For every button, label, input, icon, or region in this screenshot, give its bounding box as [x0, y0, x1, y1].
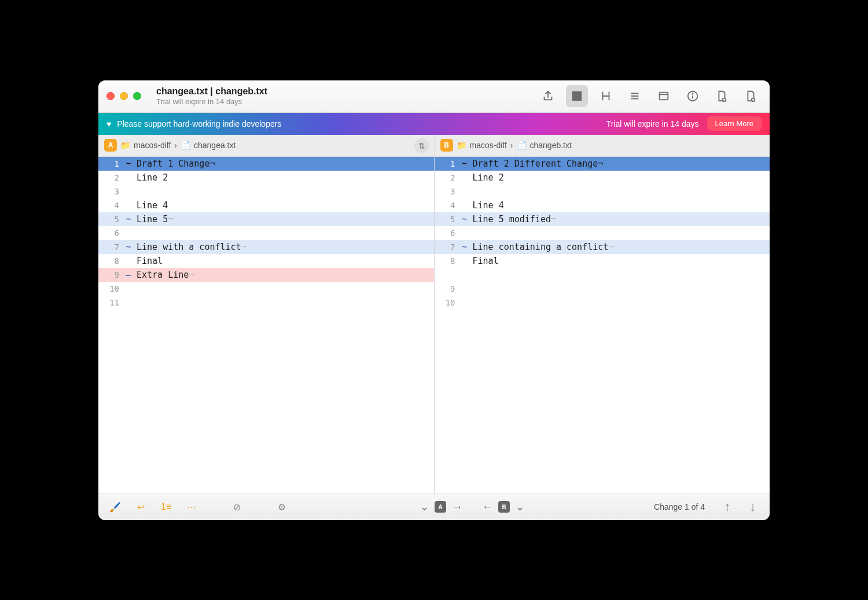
code-line[interactable]: 8Final	[98, 254, 434, 268]
eol-icon: ¬	[189, 270, 194, 280]
traffic-lights	[106, 92, 141, 100]
code-line[interactable]: 9–Extra Line¬	[98, 268, 434, 282]
pane-left[interactable]: 1~Draft 1 Change¬2Line 234Line 45~Line 5…	[98, 157, 435, 494]
line-number: 7	[98, 242, 123, 252]
line-number: 2	[435, 173, 459, 182]
line-content: Final	[134, 256, 434, 266]
banner-support-text: Please support hard-working indie develo…	[117, 119, 281, 128]
copy-from-a-button[interactable]: A	[435, 501, 446, 513]
line-number: 1	[435, 159, 459, 168]
line-number: 4	[435, 201, 459, 210]
diff-marker: ~	[123, 242, 134, 252]
code-line[interactable]: 6	[98, 226, 434, 240]
line-content: Line 5¬	[134, 214, 434, 224]
code-line[interactable]: 8Final	[435, 254, 770, 268]
wrap-icon[interactable]: ↩	[132, 498, 149, 516]
code-line[interactable]: 7~Line with a conflict¬	[98, 240, 434, 254]
line-content: Line 4	[134, 200, 434, 211]
line-content: Line 2	[470, 172, 770, 183]
path-left[interactable]: A 📁 macos-diff › 📄 changea.txt ⇅	[98, 135, 435, 156]
open-window-button[interactable]	[653, 85, 675, 107]
diff-marker: ~	[123, 159, 134, 169]
change-status: Change 1 of 4	[654, 502, 705, 511]
zoom-button[interactable]	[133, 92, 141, 100]
share-button[interactable]	[537, 85, 559, 107]
svg-rect-1	[578, 92, 581, 101]
view-unified-button[interactable]	[624, 85, 646, 107]
line-number: 5	[435, 215, 459, 224]
swap-button[interactable]: ⇅	[414, 138, 429, 153]
add-file-right-button[interactable]	[740, 85, 762, 107]
settings-icon[interactable]: ⚙︎	[273, 498, 290, 516]
svg-point-9	[692, 93, 693, 94]
minimize-button[interactable]	[120, 92, 128, 100]
heart-icon: ♥	[106, 119, 111, 128]
code-line[interactable]: 4Line 4	[435, 198, 770, 212]
file-icon: 📄	[517, 141, 527, 150]
folder-b-label: macos-diff	[470, 141, 507, 150]
code-line[interactable]: 5~Line 5 modified¬	[435, 212, 770, 226]
line-numbers-icon[interactable]: 1≡	[157, 498, 175, 516]
filter-icon[interactable]: ⊘	[228, 498, 245, 516]
diff-marker: ~	[459, 214, 470, 224]
eol-icon: ¬	[209, 159, 215, 169]
code-line[interactable]: 9	[435, 282, 770, 296]
code-line[interactable]	[435, 268, 770, 282]
line-number: 7	[435, 242, 459, 252]
line-number: 4	[98, 201, 123, 210]
code-line[interactable]: 3	[98, 185, 434, 198]
prev-change-button[interactable]: ↑	[719, 498, 736, 516]
copy-from-b-button[interactable]: B	[498, 501, 510, 513]
line-number: 10	[98, 284, 123, 293]
code-line[interactable]: 7~Line containing a conflict¬	[435, 240, 770, 254]
eol-icon: ¬	[168, 214, 173, 224]
code-line[interactable]: 1~Draft 2 Different Change¬	[435, 157, 770, 171]
path-right[interactable]: B 📁 macos-diff › 📄 changeb.txt	[435, 135, 770, 156]
code-line[interactable]: 10	[98, 282, 434, 296]
banner-trial-text: Trial will expire in 14 days	[606, 119, 699, 128]
window-subtitle: Trial will expire in 14 days	[156, 97, 537, 106]
add-file-left-button[interactable]	[711, 85, 733, 107]
file-b-label: changeb.txt	[530, 141, 572, 150]
code-line[interactable]: 6	[435, 226, 770, 240]
diff-marker: ~	[459, 242, 470, 252]
code-line[interactable]: 2Line 2	[98, 171, 434, 185]
code-line[interactable]: 5~Line 5¬	[98, 212, 434, 226]
arrow-left-icon[interactable]: ←	[482, 501, 492, 513]
code-line[interactable]: 10	[435, 296, 770, 310]
window-title: changea.txt | changeb.txt	[156, 86, 537, 97]
view-merge-button[interactable]	[595, 85, 617, 107]
line-number: 6	[98, 229, 123, 238]
pane-right[interactable]: 1~Draft 2 Different Change¬2Line 234Line…	[435, 157, 770, 494]
view-side-by-side-button[interactable]	[566, 85, 588, 107]
line-content: Line containing a conflict¬	[470, 242, 770, 252]
code-line[interactable]: 11	[98, 296, 434, 310]
chevron-down-icon[interactable]: ⌄	[516, 500, 524, 513]
eol-icon: ¬	[551, 214, 556, 224]
copy-controls: ⌄ A → ← B ⌄	[420, 500, 524, 513]
line-number: 11	[98, 298, 123, 307]
whitespace-icon[interactable]: ⋯	[183, 498, 200, 516]
line-number: 6	[435, 229, 459, 238]
svg-rect-5	[660, 93, 668, 100]
line-number: 3	[98, 187, 123, 196]
line-content: Extra Line¬	[134, 270, 434, 280]
badge-b: B	[440, 139, 453, 152]
line-content: Line with a conflict¬	[134, 242, 434, 252]
badge-a: A	[104, 139, 117, 152]
learn-more-button[interactable]: Learn More	[707, 116, 762, 131]
code-line[interactable]: 3	[435, 185, 770, 198]
line-content: Line 4	[470, 200, 770, 211]
paint-icon[interactable]: 🖌️	[106, 498, 124, 516]
titlebar: changea.txt | changeb.txt Trial will exp…	[98, 80, 770, 113]
close-button[interactable]	[106, 92, 115, 100]
line-content: Line 2	[134, 172, 434, 183]
code-line[interactable]: 4Line 4	[98, 198, 434, 212]
folder-icon: 📁	[457, 141, 466, 150]
info-button[interactable]	[682, 85, 704, 107]
next-change-button[interactable]: ↓	[744, 498, 762, 516]
code-line[interactable]: 1~Draft 1 Change¬	[98, 157, 434, 171]
arrow-right-icon[interactable]: →	[452, 501, 462, 513]
chevron-down-icon[interactable]: ⌄	[420, 500, 429, 513]
code-line[interactable]: 2Line 2	[435, 171, 770, 185]
